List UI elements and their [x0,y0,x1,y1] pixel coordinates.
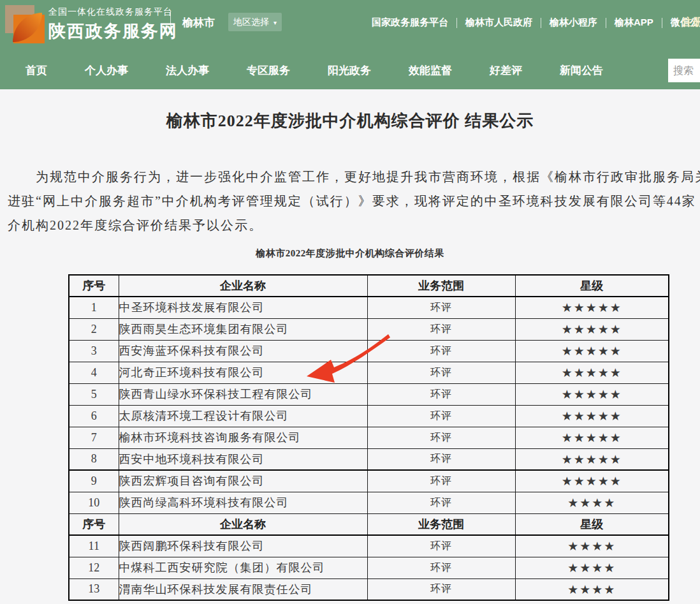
cell-serial-number: 3 [69,340,119,362]
notice-document: 榆林市2022年度涉批中介机构综合评价 结果公示 为规范中介服务行为，进一步强化… [0,89,700,604]
region-selector-button[interactable]: 地区选择 ▾ [228,13,282,31]
header-link-3[interactable]: 榆林APP [606,17,662,29]
cell-company-name: 太原核清环境工程设计有限公司 [119,405,367,427]
cell-business-scope: 环评 [367,297,515,318]
table-caption: 榆林市2022年度涉批中介机构综合评价结果 [0,247,700,260]
cell-business-scope: 环评 [367,427,515,448]
paragraph-line: 进驻“网上中介服务超市”中介机构考评管理规定（试行）》要求，现将评定的中圣环境科… [8,189,700,213]
current-city-label[interactable]: 榆林市 [182,15,215,30]
platform-name: 全国一体化在线政务服务平台 [48,6,178,18]
cell-business-scope: 环评 [367,578,515,600]
site-name: 陕西政务服务网 [48,20,178,43]
cell-business-scope: 环评 [367,470,515,492]
table-row: 1中圣环境科技发展有限公司环评★★★★★ [69,297,669,318]
cell-serial-number: 12 [69,557,119,578]
table-row: 11陕西阔鹏环保科技有限公司环评★★★★ [69,535,669,557]
cell-business-scope: 环评 [367,405,515,427]
column-header-0: 序号 [69,513,119,535]
column-header-1: 企业名称 [119,513,367,535]
cell-serial-number: 10 [69,492,119,513]
cell-star-rating: ★★★★★ [515,383,669,405]
cell-serial-number: 13 [69,578,119,600]
chevron-down-icon: ▾ [273,19,277,26]
table-header-row: 序号企业名称业务范围星级 [69,513,669,535]
brand-block: 全国一体化在线政务服务平台 陕西政务服务网 [48,6,178,43]
table-row: 13渭南华山环保科技发展有限责任公司环评★★★★ [69,578,669,600]
table-row: 6太原核清环境工程设计有限公司环评★★★★★ [69,405,669,427]
cell-company-name: 榆林市环境科技咨询服务有限公司 [119,427,367,448]
header-link-2[interactable]: 榆林小程序 [541,17,606,29]
cell-company-name: 陕西青山绿水环保科技工程有限公司 [119,383,367,405]
cell-business-scope: 环评 [367,448,515,470]
nav-item-6[interactable]: 好差评 [490,63,522,78]
table-row: 3西安海蓝环保科技有限公司环评★★★★★ [69,340,669,362]
nav-items: 首页个人办事法人办事专区服务阳光政务效能监督好差评新闻公告 [26,51,603,89]
cell-star-rating: ★★★★★ [515,405,669,427]
nav-item-1[interactable]: 个人办事 [85,63,128,78]
cell-company-name: 中煤科工西安研究院（集团）有限公司 [119,557,367,578]
cell-serial-number: 1 [69,297,119,318]
cell-serial-number: 5 [69,383,119,405]
site-logo-icon [5,5,45,43]
cell-business-scope: 环评 [367,340,515,362]
header-link-0[interactable]: 国家政务服务平台 [363,17,456,29]
cell-business-scope: 环评 [367,383,515,405]
column-header-0: 序号 [69,275,119,297]
cell-serial-number: 9 [69,470,119,492]
column-header-2: 业务范围 [367,275,515,297]
cell-serial-number: 11 [69,535,119,557]
cell-star-rating: ★★★★ [515,535,669,557]
cell-star-rating: ★★★★★ [515,318,669,340]
cell-serial-number: 4 [69,362,119,383]
cell-star-rating: ★★★★★ [515,362,669,383]
table-row: 10陕西尚绿高科环境科技有限公司环评★★★★ [69,492,669,513]
nav-item-3[interactable]: 专区服务 [247,63,290,78]
region-selector-label: 地区选择 [233,17,269,27]
header-divider [170,11,171,32]
cell-company-name: 渭南华山环保科技发展有限责任公司 [119,578,367,600]
nav-item-5[interactable]: 效能监督 [409,63,452,78]
paragraph-line: 介机构2022年度综合评价结果予以公示。 [8,213,700,237]
table-row: 9陕西宏辉项目咨询有限公司环评★★★★★ [69,470,669,492]
nav-item-2[interactable]: 法人办事 [166,63,209,78]
cell-star-rating: ★★★★ [515,492,669,513]
register-link[interactable]: 注册 [682,16,700,29]
cell-company-name: 陕西雨昊生态环境集团有限公司 [119,318,367,340]
cell-company-name: 陕西阔鹏环保科技有限公司 [119,535,367,557]
nav-item-0[interactable]: 首页 [26,63,47,78]
cell-company-name: 西安海蓝环保科技有限公司 [119,340,367,362]
cell-star-rating: ★★★★★ [515,448,669,470]
page-title: 榆林市2022年度涉批中介机构综合评价 结果公示 [0,110,700,132]
paragraph-line: 为规范中介服务行为，进一步强化中介监管工作，更好地提升我市营商环境，根据《榆林市… [8,165,700,189]
site-header: 全国一体化在线政务服务平台 陕西政务服务网 榆林市 地区选择 ▾ 国家政务服务平… [0,0,700,51]
table-row: 7榆林市环境科技咨询服务有限公司环评★★★★★ [69,427,669,448]
column-header-3: 星级 [515,513,669,535]
column-header-2: 业务范围 [367,513,515,535]
table-row: 5陕西青山绿水环保科技工程有限公司环评★★★★★ [69,383,669,405]
cell-star-rating: ★★★★★ [515,297,669,318]
cell-star-rating: ★★★★★ [515,340,669,362]
cell-serial-number: 6 [69,405,119,427]
header-quick-links: 国家政务服务平台榆林市人民政府榆林小程序榆林APP微信公众号 [363,17,700,29]
header-link-1[interactable]: 榆林市人民政府 [457,17,541,29]
table-header-row: 序号企业名称业务范围星级 [69,275,669,297]
cell-company-name: 西安中地环境科技有限公司 [119,448,367,470]
cell-serial-number: 7 [69,427,119,448]
nav-item-4[interactable]: 阳光政务 [328,63,371,78]
cell-star-rating: ★★★★★ [515,427,669,448]
cell-star-rating: ★★★★ [515,578,669,600]
cell-serial-number: 2 [69,318,119,340]
search-input[interactable] [668,59,700,82]
table-row: 8西安中地环境科技有限公司环评★★★★★ [69,448,669,470]
search-box[interactable] [668,59,700,82]
cell-company-name: 陕西尚绿高科环境科技有限公司 [119,492,367,513]
column-header-1: 企业名称 [119,275,367,297]
cell-business-scope: 环评 [367,362,515,383]
evaluation-results-table: 序号企业名称业务范围星级1中圣环境科技发展有限公司环评★★★★★2陕西雨昊生态环… [68,274,669,601]
notice-paragraph: 为规范中介服务行为，进一步强化中介监管工作，更好地提升我市营商环境，根据《榆林市… [8,165,700,237]
cell-star-rating: ★★★★★ [515,470,669,492]
cell-serial-number: 8 [69,448,119,470]
cell-business-scope: 环评 [367,318,515,340]
cell-company-name: 陕西宏辉项目咨询有限公司 [119,470,367,492]
nav-item-7[interactable]: 新闻公告 [560,63,603,78]
